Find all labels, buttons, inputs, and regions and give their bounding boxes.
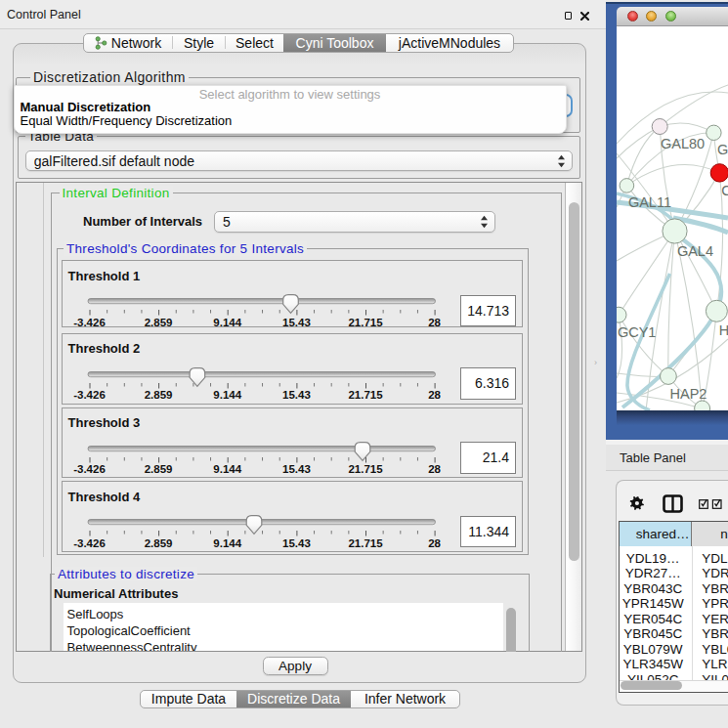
svg-text:H: H [719,322,728,338]
svg-text:GAL80: GAL80 [661,136,705,151]
svg-text:GCY1: GCY1 [618,324,657,340]
svg-text:GAL11: GAL11 [628,194,671,210]
svg-text:GAL4: GAL4 [677,243,713,259]
svg-text:HAP2: HAP2 [670,386,707,402]
svg-text:C: C [722,183,728,198]
svg-text:GA: GA [717,142,728,157]
